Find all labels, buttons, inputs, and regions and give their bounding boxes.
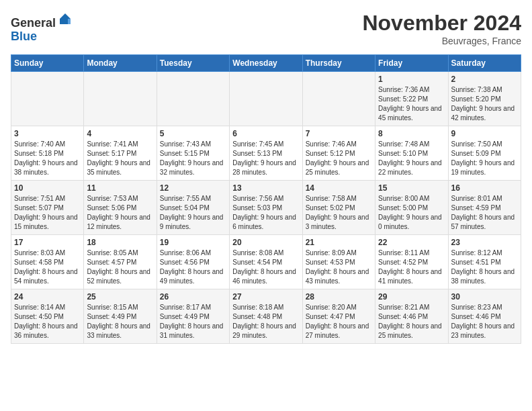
day-number: 18 — [87, 238, 153, 247]
table-row: 24Sunrise: 8:14 AM Sunset: 4:50 PM Dayli… — [11, 289, 84, 344]
week-row-2: 10Sunrise: 7:51 AM Sunset: 5:07 PM Dayli… — [11, 181, 521, 235]
table-row: 26Sunrise: 8:17 AM Sunset: 4:49 PM Dayli… — [157, 289, 229, 344]
table-row: 2Sunrise: 7:38 AM Sunset: 5:20 PM Daylig… — [448, 72, 521, 126]
table-row: 22Sunrise: 8:11 AM Sunset: 4:52 PM Dayli… — [375, 235, 448, 289]
table-row: 7Sunrise: 7:46 AM Sunset: 5:12 PM Daylig… — [302, 126, 375, 181]
col-saturday: Saturday — [448, 55, 521, 72]
table-row: 20Sunrise: 8:08 AM Sunset: 4:54 PM Dayli… — [230, 235, 302, 289]
table-row: 30Sunrise: 8:23 AM Sunset: 4:46 PM Dayli… — [448, 289, 521, 344]
day-number: 21 — [306, 238, 372, 247]
day-number: 24 — [14, 292, 81, 302]
day-number: 23 — [451, 238, 518, 247]
table-row: 6Sunrise: 7:45 AM Sunset: 5:13 PM Daylig… — [230, 126, 302, 181]
day-info: Sunrise: 8:06 AM Sunset: 4:56 PM Dayligh… — [160, 248, 226, 286]
table-row: 18Sunrise: 8:05 AM Sunset: 4:57 PM Dayli… — [84, 235, 157, 289]
table-row: 29Sunrise: 8:21 AM Sunset: 4:46 PM Dayli… — [375, 289, 448, 344]
col-wednesday: Wednesday — [230, 55, 302, 72]
day-number: 10 — [14, 183, 81, 193]
table-row: 21Sunrise: 8:09 AM Sunset: 4:53 PM Dayli… — [302, 235, 375, 289]
day-info: Sunrise: 8:15 AM Sunset: 4:49 PM Dayligh… — [87, 303, 153, 340]
day-info: Sunrise: 8:03 AM Sunset: 4:58 PM Dayligh… — [14, 248, 81, 286]
day-info: Sunrise: 7:40 AM Sunset: 5:18 PM Dayligh… — [14, 140, 81, 177]
table-row: 25Sunrise: 8:15 AM Sunset: 4:49 PM Dayli… — [84, 289, 157, 344]
day-number: 9 — [451, 129, 518, 138]
page-container: General Blue November 2024 Beuvrages, Fr… — [0, 0, 532, 349]
day-number: 12 — [160, 183, 226, 193]
day-info: Sunrise: 8:17 AM Sunset: 4:49 PM Dayligh… — [160, 303, 226, 340]
day-number: 29 — [378, 292, 445, 302]
day-info: Sunrise: 8:20 AM Sunset: 4:47 PM Dayligh… — [306, 303, 372, 340]
calendar-header-row: Sunday Monday Tuesday Wednesday Thursday… — [11, 55, 521, 72]
day-info: Sunrise: 7:45 AM Sunset: 5:13 PM Dayligh… — [232, 140, 299, 177]
day-number: 15 — [378, 183, 445, 193]
day-info: Sunrise: 8:23 AM Sunset: 4:46 PM Dayligh… — [451, 303, 518, 340]
week-row-0: 1Sunrise: 7:36 AM Sunset: 5:22 PM Daylig… — [11, 72, 521, 126]
table-row: 4Sunrise: 7:41 AM Sunset: 5:17 PM Daylig… — [84, 126, 157, 181]
table-row: 5Sunrise: 7:43 AM Sunset: 5:15 PM Daylig… — [157, 126, 229, 181]
table-row: 8Sunrise: 7:48 AM Sunset: 5:10 PM Daylig… — [375, 126, 448, 181]
day-number: 17 — [14, 238, 81, 247]
day-info: Sunrise: 7:56 AM Sunset: 5:03 PM Dayligh… — [232, 194, 299, 232]
col-friday: Friday — [375, 55, 448, 72]
day-number: 13 — [232, 183, 299, 193]
day-number: 30 — [451, 292, 518, 302]
day-number: 26 — [160, 292, 226, 302]
calendar-table: Sunday Monday Tuesday Wednesday Thursday… — [11, 54, 521, 344]
day-info: Sunrise: 7:41 AM Sunset: 5:17 PM Dayligh… — [87, 140, 153, 177]
table-row: 27Sunrise: 8:18 AM Sunset: 4:48 PM Dayli… — [230, 289, 302, 344]
table-row: 12Sunrise: 7:55 AM Sunset: 5:04 PM Dayli… — [157, 181, 229, 235]
table-row: 23Sunrise: 8:12 AM Sunset: 4:51 PM Dayli… — [448, 235, 521, 289]
week-row-1: 3Sunrise: 7:40 AM Sunset: 5:18 PM Daylig… — [11, 126, 521, 181]
day-info: Sunrise: 8:12 AM Sunset: 4:51 PM Dayligh… — [451, 248, 518, 286]
day-info: Sunrise: 7:50 AM Sunset: 5:09 PM Dayligh… — [451, 140, 518, 177]
table-row — [11, 72, 84, 126]
day-number: 20 — [232, 238, 299, 247]
day-number: 27 — [232, 292, 299, 302]
day-info: Sunrise: 8:11 AM Sunset: 4:52 PM Dayligh… — [378, 248, 445, 286]
day-info: Sunrise: 7:51 AM Sunset: 5:07 PM Dayligh… — [14, 194, 81, 232]
day-number: 2 — [451, 75, 518, 84]
day-info: Sunrise: 8:08 AM Sunset: 4:54 PM Dayligh… — [232, 248, 299, 286]
day-info: Sunrise: 8:09 AM Sunset: 4:53 PM Dayligh… — [306, 248, 372, 286]
day-info: Sunrise: 8:21 AM Sunset: 4:46 PM Dayligh… — [378, 303, 445, 340]
table-row: 10Sunrise: 7:51 AM Sunset: 5:07 PM Dayli… — [11, 181, 84, 235]
logo-icon — [57, 11, 73, 27]
day-number: 11 — [87, 183, 153, 193]
table-row: 3Sunrise: 7:40 AM Sunset: 5:18 PM Daylig… — [11, 126, 84, 181]
day-number: 1 — [378, 75, 445, 84]
logo-general: General — [11, 16, 56, 30]
col-monday: Monday — [84, 55, 157, 72]
table-row: 11Sunrise: 7:53 AM Sunset: 5:06 PM Dayli… — [84, 181, 157, 235]
day-info: Sunrise: 8:01 AM Sunset: 4:59 PM Dayligh… — [451, 194, 518, 232]
day-info: Sunrise: 7:46 AM Sunset: 5:12 PM Dayligh… — [306, 140, 372, 177]
day-info: Sunrise: 8:05 AM Sunset: 4:57 PM Dayligh… — [87, 248, 153, 286]
table-row: 28Sunrise: 8:20 AM Sunset: 4:47 PM Dayli… — [302, 289, 375, 344]
day-info: Sunrise: 8:18 AM Sunset: 4:48 PM Dayligh… — [232, 303, 299, 340]
col-thursday: Thursday — [302, 55, 375, 72]
day-number: 22 — [378, 238, 445, 247]
table-row — [302, 72, 375, 126]
day-number: 28 — [306, 292, 372, 302]
day-number: 5 — [160, 129, 226, 138]
logo-blue: Blue — [11, 30, 37, 43]
day-number: 19 — [160, 238, 226, 247]
day-number: 8 — [378, 129, 445, 138]
table-row — [84, 72, 157, 126]
table-row — [157, 72, 229, 126]
col-sunday: Sunday — [11, 55, 84, 72]
day-info: Sunrise: 7:36 AM Sunset: 5:22 PM Dayligh… — [378, 85, 445, 123]
day-info: Sunrise: 8:14 AM Sunset: 4:50 PM Dayligh… — [14, 303, 81, 340]
col-tuesday: Tuesday — [157, 55, 229, 72]
table-row: 1Sunrise: 7:36 AM Sunset: 5:22 PM Daylig… — [375, 72, 448, 126]
day-info: Sunrise: 7:55 AM Sunset: 5:04 PM Dayligh… — [160, 194, 226, 232]
day-number: 4 — [87, 129, 153, 138]
table-row: 14Sunrise: 7:58 AM Sunset: 5:02 PM Dayli… — [302, 181, 375, 235]
table-row: 13Sunrise: 7:56 AM Sunset: 5:03 PM Dayli… — [230, 181, 302, 235]
month-title: November 2024 — [362, 11, 521, 36]
logo: General Blue — [11, 11, 73, 44]
week-row-3: 17Sunrise: 8:03 AM Sunset: 4:58 PM Dayli… — [11, 235, 521, 289]
day-number: 16 — [451, 183, 518, 193]
location: Beuvrages, France — [362, 36, 521, 46]
week-row-4: 24Sunrise: 8:14 AM Sunset: 4:50 PM Dayli… — [11, 289, 521, 344]
day-info: Sunrise: 7:38 AM Sunset: 5:20 PM Dayligh… — [451, 85, 518, 123]
